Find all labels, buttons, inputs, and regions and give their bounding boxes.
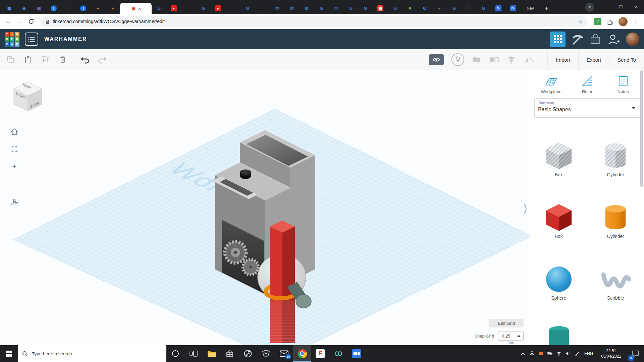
taskbar-clock[interactable]: 22:51 05/04/2021 [596,348,627,359]
tray-colored-app-button[interactable] [536,352,545,355]
filmora-button[interactable]: F [311,345,329,362]
ruler-tool[interactable]: Ruler [572,75,602,94]
browser-tab[interactable]: G [240,3,255,14]
browser-tab[interactable]: Nev [521,3,540,14]
ungroup-button[interactable] [489,55,499,65]
design-menu-button[interactable] [25,33,38,46]
language-indicator[interactable]: ENG [582,351,596,356]
shape-box-striped[interactable]: Box [539,139,579,177]
browser-tab[interactable]: ▸ [211,3,225,14]
steam-button[interactable] [239,345,257,362]
browser-tab[interactable]: ⚙ [299,3,314,14]
new-tab-button[interactable]: + [540,3,553,14]
task-view-button[interactable] [184,345,203,362]
browser-tab[interactable]: ● [432,3,447,14]
browser-tab[interactable]: ▣ [32,3,46,14]
browser-tab[interactable]: ▸ [166,3,181,14]
browser-tab[interactable]: G [447,3,462,14]
shape-partial[interactable] [539,324,579,345]
opera-gx-button[interactable] [329,345,347,362]
fit-view-button[interactable] [9,143,20,155]
group-button[interactable] [472,55,482,65]
shape-cylinder-striped[interactable]: Cylinder [595,139,636,177]
browser-tab[interactable]: ◈ [17,3,32,14]
shapes-view-button[interactable] [550,32,566,47]
undo-button[interactable] [80,55,90,65]
tray-wifi-button[interactable] [554,351,564,356]
redo-button[interactable] [97,55,107,65]
workplane-view-button[interactable] [9,196,20,207]
send-to-button[interactable]: Send To [609,49,644,70]
red-column-model[interactable] [270,221,295,343]
browser-tab[interactable]: ▦ [2,3,17,14]
search-input[interactable] [31,351,153,357]
browser-tab[interactable]: G [314,3,329,14]
browser-tab[interactable]: ⚙ [329,3,343,14]
hints-button[interactable] [451,53,464,66]
browser-tab[interactable]: Z [255,3,270,14]
shape-cylinder-orange[interactable]: Cylinder [595,201,636,239]
tray-people-button[interactable] [527,351,536,356]
browser-tab[interactable]: ○ [462,3,476,14]
adblock-extension-icon[interactable]: ✓ [594,18,601,25]
show-all-button[interactable] [429,54,444,65]
browser-tab[interactable]: ● [105,3,120,14]
shape-scribble[interactable]: Scribble [595,262,636,301]
reload-button[interactable] [25,16,37,27]
blocks-mode-button[interactable] [571,33,584,46]
tab-search-button[interactable]: ▾ [585,3,594,12]
tab-close-icon[interactable]: × [138,6,141,11]
dragon-center-button[interactable] [257,345,275,362]
browser-tab[interactable]: Pic [491,3,506,14]
browser-menu-icon[interactable]: ⋮ [633,18,639,25]
browser-tab[interactable]: G [388,3,402,14]
notes-tool[interactable]: Notes [608,75,638,94]
account-avatar[interactable] [626,33,639,46]
bricks-mode-button[interactable] [589,33,602,46]
tray-pen-button[interactable] [573,351,582,356]
browser-tab[interactable]: f [76,3,91,14]
start-button[interactable] [0,345,18,362]
taskbar-search[interactable] [18,345,166,362]
browser-tab[interactable]: ⚙ [284,3,299,14]
mirror-button[interactable] [524,55,534,65]
tray-expand-button[interactable] [518,352,527,356]
bookmark-star-icon[interactable]: ☆ [578,18,583,25]
forward-button[interactable]: → [14,16,25,27]
zoom-in-button[interactable]: + [9,161,20,172]
home-view-button[interactable] [9,126,20,137]
browser-tab[interactable]: ■ [402,3,417,14]
tinkercad-logo[interactable]: TINKERCAD [5,32,19,47]
edit-grid-button[interactable]: Edit Grid [489,319,524,327]
close-button[interactable]: × [629,0,644,13]
view-cube[interactable]: TOP RIGHT BACK [9,78,47,117]
browser-tab[interactable]: † [61,3,76,14]
delete-button[interactable] [58,55,68,65]
browser-tab[interactable]: W [225,3,240,14]
paste-button[interactable] [23,55,33,65]
maximize-button[interactable]: □ [613,0,629,13]
import-button[interactable]: Import [547,49,578,70]
shape-box-red[interactable]: Box [539,201,579,239]
viewport-canvas[interactable]: Workplane [0,70,530,345]
browser-tab[interactable]: ● [91,3,105,14]
browser-tab[interactable]: G [358,3,373,14]
tray-battery-button[interactable] [545,351,554,356]
browser-tab[interactable]: G [476,3,491,14]
chrome-taskbar-button[interactable] [293,345,311,362]
browser-profile-avatar[interactable] [619,17,628,26]
back-button[interactable]: ← [3,16,14,27]
browser-tab[interactable]: a [181,3,196,14]
notification-center-button[interactable]: 16 [627,350,644,357]
browser-tab[interactable]: G [196,3,211,14]
viewport[interactable]: Workplane [0,70,530,345]
browser-tab[interactable]: Pic [506,3,521,14]
browser-tab[interactable]: G [152,3,166,14]
sidebar-scrollbar[interactable] [640,70,643,187]
camera-app-button[interactable] [347,345,366,362]
browser-tab[interactable]: G [417,3,432,14]
snap-grid-select[interactable]: 0.25 [498,331,524,341]
zoom-out-button[interactable]: − [9,178,20,190]
tray-volume-button[interactable] [564,351,573,356]
workplane-tool[interactable]: Workplane [536,75,566,94]
